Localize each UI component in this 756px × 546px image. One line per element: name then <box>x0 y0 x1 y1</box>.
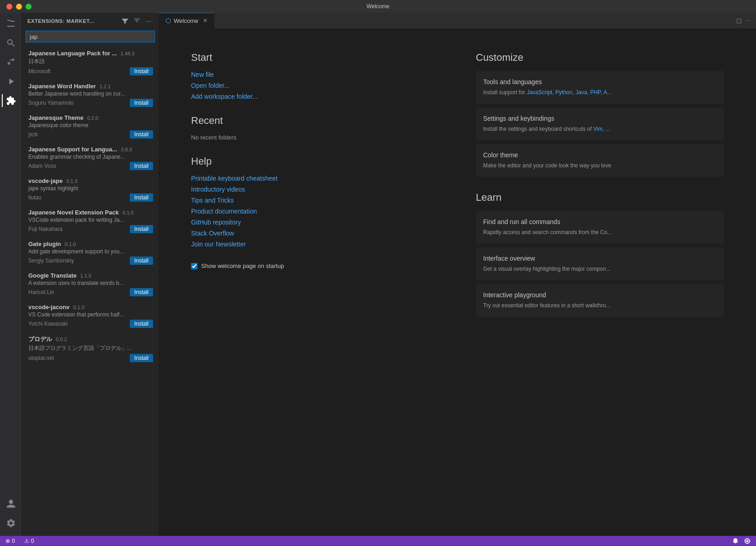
ext-description: 日本語プログラミング言語「プロデル」... <box>28 344 153 352</box>
sidebar-item-run[interactable] <box>2 72 20 91</box>
warning-count: 0 <box>31 538 34 544</box>
activity-bar-bottom <box>2 495 20 536</box>
more-actions-button[interactable]: ··· <box>144 16 153 26</box>
search-box-wrap <box>22 29 159 46</box>
tools-card-desc: Install support for JavaScript, Python, … <box>483 88 717 96</box>
learn-section-title: Learn <box>476 192 724 203</box>
errors-status[interactable]: ⊗ 0 <box>4 538 17 544</box>
minimize-traffic-btn[interactable] <box>16 4 22 10</box>
playground-title: Interactive playground <box>483 291 717 299</box>
welcome-tab-icon: ⬡ <box>165 17 171 24</box>
install-button[interactable]: Install <box>130 257 153 265</box>
show-startup-row: Show welcome page on startup <box>191 262 439 269</box>
sort-button[interactable] <box>132 16 141 26</box>
ext-version: 0.1.0 <box>66 178 77 184</box>
find-commands-card[interactable]: Find and run all commands Rapidly access… <box>476 211 724 244</box>
sidebar-item-settings[interactable] <box>2 514 20 532</box>
ext-version: 3.8.0 <box>121 147 132 152</box>
ext-description: Japanesque color theme <box>28 122 153 128</box>
show-welcome-checkbox[interactable] <box>191 263 197 269</box>
extension-list-item[interactable]: vscode-jaconv 0.1.0 VS Code extension th… <box>22 300 159 332</box>
extension-list-item[interactable]: Japanese Support for Langua... 3.8.0 Ena… <box>22 142 159 174</box>
sidebar-item-search[interactable] <box>2 34 20 52</box>
install-button[interactable]: Install <box>130 67 153 75</box>
interface-title: Interface overview <box>483 255 717 262</box>
newsletter-link[interactable]: Join our Newsletter <box>191 241 439 248</box>
ext-version: 0.0.2 <box>56 337 67 342</box>
error-count: 0 <box>12 538 15 544</box>
sidebar-item-account[interactable] <box>2 495 20 513</box>
more-lang-link[interactable]: A... <box>603 89 612 96</box>
install-button[interactable]: Install <box>130 99 153 107</box>
ext-name: Japanesque Theme <box>28 114 84 121</box>
ext-description: VSCode extension pack for writing Ja... <box>28 217 153 223</box>
js-link[interactable]: JavaScript <box>527 89 552 96</box>
php-link[interactable]: PHP <box>590 89 601 96</box>
keyboard-cheatsheet-link[interactable]: Printable keyboard cheatsheet <box>191 175 439 182</box>
more-settings-link[interactable]: ... <box>606 126 610 132</box>
split-editor-button[interactable]: ⊡ <box>736 16 742 25</box>
sidebar-title: EXTENSIONS: MARKET... <box>27 18 94 24</box>
extension-list-item[interactable]: Gate plugin 0.1.0 Add gate development s… <box>22 237 159 268</box>
java-link[interactable]: Java <box>575 89 587 96</box>
product-docs-link[interactable]: Product documentation <box>191 208 439 215</box>
tools-card-title: Tools and languages <box>483 78 717 86</box>
sidebar-item-extensions[interactable] <box>2 91 20 110</box>
filter-button[interactable] <box>120 16 129 26</box>
install-button[interactable]: Install <box>130 225 153 233</box>
interface-desc: Get a visual overlay highlighting the ma… <box>483 265 717 273</box>
open-folder-link[interactable]: Open folder... <box>191 82 439 89</box>
maximize-traffic-btn[interactable] <box>26 4 32 10</box>
color-theme-card[interactable]: Color theme Make the editor and your cod… <box>476 144 724 177</box>
ext-name: Japanese Language Pack for ... <box>28 50 117 57</box>
python-link[interactable]: Python <box>555 89 572 96</box>
install-button[interactable]: Install <box>130 320 153 328</box>
show-welcome-label: Show welcome page on startup <box>201 262 284 269</box>
notifications-button[interactable] <box>730 538 740 544</box>
vim-link[interactable]: Vim <box>593 126 602 132</box>
tab-welcome[interactable]: ⬡ Welcome ✕ <box>159 13 214 29</box>
add-workspace-link[interactable]: Add workspace folder... <box>191 93 439 100</box>
sidebar-item-explorer[interactable] <box>2 15 20 33</box>
github-repo-link[interactable]: GitHub repository <box>191 219 439 226</box>
extension-list-item[interactable]: Japanese Novel Extension Pack 0.1.0 VSCo… <box>22 205 159 237</box>
activity-bar <box>0 13 22 536</box>
warnings-status[interactable]: ⚠ 0 <box>22 538 36 544</box>
interactive-playground-card[interactable]: Interactive playground Try out essential… <box>476 284 724 317</box>
sidebar-item-source-control[interactable] <box>2 53 20 71</box>
tab-close-button[interactable]: ✕ <box>203 17 208 24</box>
ext-description: Better Japanese word handling on cur... <box>28 91 153 97</box>
app-container: EXTENSIONS: MARKET... ··· Japanese Langu… <box>0 13 756 536</box>
tips-tricks-link[interactable]: Tips and Tricks <box>191 197 439 204</box>
ext-description: Enables grammar checking of Japane... <box>28 154 153 160</box>
extension-list-item[interactable]: Japanesque Theme 0.2.0 Japanesque color … <box>22 111 159 142</box>
settings-card-desc: Install the settings and keyboard shortc… <box>483 125 717 133</box>
tab-actions: ⊡ ··· <box>736 16 756 25</box>
welcome-content: Start New file Open folder... Add worksp… <box>159 29 756 536</box>
ext-name: vscode-jape <box>28 177 63 184</box>
install-button[interactable]: Install <box>130 162 153 170</box>
extension-list-item[interactable]: Google Translate 1.1.5 A extension uses … <box>22 268 159 300</box>
broadcast-button[interactable] <box>742 538 752 544</box>
extension-list-item[interactable]: プロデル 0.0.2 日本語プログラミング言語「プロデル」... utopiat… <box>22 332 159 366</box>
extension-list-item[interactable]: vscode-jape 0.1.0 jape syntax highlight … <box>22 174 159 205</box>
extension-list-item[interactable]: Japanese Word Handler 1.2.1 Better Japan… <box>22 79 159 111</box>
tools-languages-card[interactable]: Tools and languages Install support for … <box>476 71 724 104</box>
interface-overview-card[interactable]: Interface overview Get a visual overlay … <box>476 247 724 280</box>
ext-version: 0.1.0 <box>122 210 133 215</box>
new-file-link[interactable]: New file <box>191 71 439 78</box>
stack-overflow-link[interactable]: Stack Overflow <box>191 230 439 237</box>
search-input[interactable] <box>26 31 155 43</box>
close-traffic-btn[interactable] <box>6 4 12 10</box>
ext-author: Adam Voss <box>28 163 56 169</box>
install-button[interactable]: Install <box>130 193 153 202</box>
install-button[interactable]: Install <box>130 354 153 362</box>
error-icon: ⊗ <box>5 538 10 544</box>
settings-keybindings-card[interactable]: Settings and keybindings Install the set… <box>476 107 724 140</box>
extension-list-item[interactable]: Japanese Language Pack for ... 1.48.3 日本… <box>22 46 159 79</box>
intro-videos-link[interactable]: Introductory videos <box>191 186 439 193</box>
install-button[interactable]: Install <box>130 130 153 139</box>
color-theme-title: Color theme <box>483 151 717 159</box>
install-button[interactable]: Install <box>130 288 153 296</box>
more-tab-actions-button[interactable]: ··· <box>745 16 751 25</box>
